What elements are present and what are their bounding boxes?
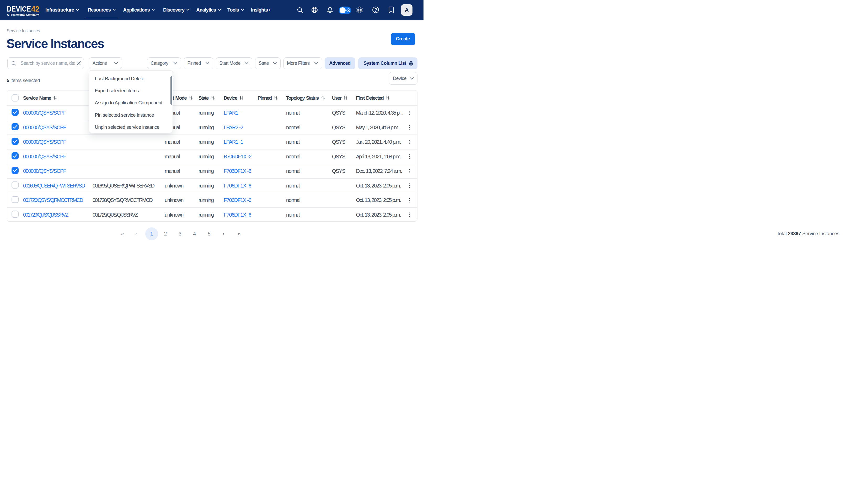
svg-text:42: 42 [31, 5, 39, 13]
svg-text:DEVICE: DEVICE [7, 5, 31, 13]
svg-text:A Freshworks Company: A Freshworks Company [7, 13, 39, 16]
